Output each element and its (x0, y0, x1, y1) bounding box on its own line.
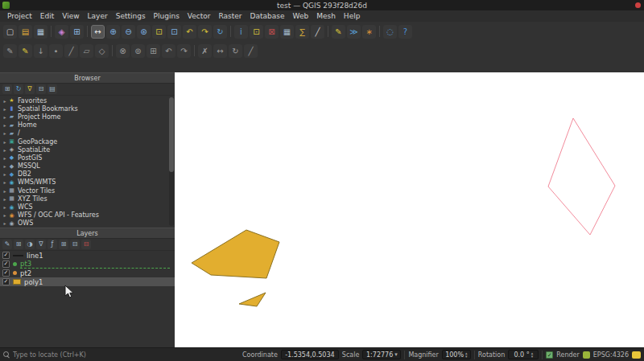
browser-scrollbar[interactable] (169, 97, 174, 226)
browser-item-vector-tiles[interactable]: ▸▦Vector Tiles (0, 187, 175, 195)
measure-line-icon[interactable]: ╱ (311, 25, 324, 39)
messages-icon[interactable] (632, 351, 641, 359)
magnifier-spinbox[interactable]: 100% ▴ ▾ (442, 350, 471, 359)
add-group-icon[interactable]: ⊞ (14, 240, 23, 249)
move-feature-icon[interactable]: ↔ (213, 44, 227, 58)
browser-item-favorites[interactable]: ▸★Favorites (0, 96, 175, 105)
expander-icon[interactable]: ▸ (2, 171, 8, 177)
browser-item-spatialite[interactable]: ▸◈SpatiaLite (0, 146, 175, 154)
layer-visibility-checkbox[interactable]: ✓ (2, 269, 10, 277)
open-attribute-table-icon[interactable]: ▦ (280, 25, 294, 39)
browser-item-mssql[interactable]: ▸◆MSSQL (0, 162, 175, 170)
menu-layer[interactable]: Layer (84, 10, 112, 22)
menu-database[interactable]: Database (246, 10, 289, 22)
filter-expression-icon[interactable]: ƒ (47, 240, 57, 249)
metasearch-icon[interactable]: ◌ (383, 25, 397, 39)
map-canvas[interactable] (175, 72, 644, 347)
browser-item-ows[interactable]: ▸◉OWS (0, 219, 175, 227)
layer-item-poly1[interactable]: ✓poly1 (0, 277, 175, 286)
new-annotation-icon[interactable]: ✎ (332, 25, 345, 39)
expander-icon[interactable]: ▸ (2, 163, 8, 169)
menu-mesh[interactable]: Mesh (312, 10, 340, 22)
identify-features-icon[interactable]: i (234, 25, 248, 39)
expander-icon[interactable]: ▸ (2, 130, 8, 136)
expander-icon[interactable]: ▸ (2, 155, 8, 161)
expander-icon[interactable]: ▸ (2, 106, 8, 112)
expander-icon[interactable]: ▸ (2, 122, 8, 128)
save-project-icon[interactable]: ▦ (34, 25, 47, 39)
layers-panel-header[interactable]: Layers (0, 228, 175, 239)
zoom-full-icon[interactable]: ⊛ (137, 25, 151, 39)
undo-icon[interactable]: ↶ (162, 44, 175, 58)
zoom-to-selection-icon[interactable]: ⊡ (152, 25, 166, 39)
crs-label[interactable]: EPSG:4326 (593, 351, 629, 359)
expander-icon[interactable]: ▸ (2, 139, 8, 145)
menu-plugins[interactable]: Plugins (150, 10, 184, 22)
paste-features-icon[interactable]: ⊞ (147, 44, 160, 58)
locate-bar[interactable] (3, 351, 124, 359)
expander-icon[interactable]: ▸ (2, 188, 8, 194)
layer-item-pt3[interactable]: ✓pt3 (0, 260, 175, 269)
menu-settings[interactable]: Settings (112, 10, 150, 22)
rotation-spinbox[interactable]: 0.0 ° ▴ ▾ (508, 350, 539, 359)
zoom-last-icon[interactable]: ↶ (183, 25, 196, 39)
layer-visibility-checkbox[interactable]: ✓ (2, 260, 10, 268)
browser-scrollbar-handle[interactable] (169, 97, 174, 172)
coordinate-input[interactable]: -1.5354,0.5034 (281, 350, 339, 359)
browser-item-root[interactable]: ▸▰/ (0, 129, 175, 137)
expander-icon[interactable]: ▸ (2, 147, 8, 153)
python-console-icon[interactable]: ≫ (347, 25, 361, 39)
cut-features-icon[interactable]: ⊗ (116, 44, 130, 58)
browser-item-spatial-bookmarks[interactable]: ▸▮Spatial Bookmarks (0, 105, 175, 113)
open-project-icon[interactable]: ▤ (19, 25, 32, 39)
spin-down-icon[interactable]: ▾ (531, 355, 534, 358)
style-manager-icon[interactable]: ◈ (55, 25, 68, 39)
rotate-feature-icon[interactable]: ↻ (229, 44, 242, 58)
field-calculator-icon[interactable]: ∑ (295, 25, 309, 39)
expander-icon[interactable]: ▸ (2, 196, 8, 202)
zoom-in-icon[interactable]: ⊕ (106, 25, 120, 39)
browser-add-layer-icon[interactable]: ⊞ (2, 84, 12, 94)
add-point-feature-icon[interactable]: ∙ (49, 44, 63, 58)
refresh-map-icon[interactable]: ↻ (213, 25, 227, 39)
layer-item-pt2[interactable]: ✓pt2 (0, 269, 175, 277)
menu-view[interactable]: View (58, 10, 83, 22)
expander-icon[interactable]: ▸ (2, 204, 8, 210)
redo-icon[interactable]: ↷ (177, 44, 191, 58)
browser-item-wcs[interactable]: ▸◉WCS (0, 203, 175, 211)
pan-map-icon[interactable]: ↔ (91, 25, 105, 39)
locate-input[interactable] (13, 351, 109, 359)
browser-filter-icon[interactable]: ∇ (25, 84, 35, 94)
browser-item-xyz-tiles[interactable]: ▸▦XYZ Tiles (0, 195, 175, 203)
title-bar[interactable]: test — QGIS 293f28d26d (0, 0, 644, 10)
expander-icon[interactable]: ▸ (2, 212, 8, 218)
remove-layer-icon[interactable]: ⊟ (81, 240, 91, 249)
expand-all-icon[interactable]: ⊞ (59, 240, 68, 249)
zoom-next-icon[interactable]: ↷ (198, 25, 212, 39)
menu-web[interactable]: Web (289, 10, 313, 22)
render-checkbox[interactable]: ✓ (546, 351, 553, 359)
filter-legend-icon[interactable]: ∇ (36, 240, 46, 249)
window-close-button[interactable] (635, 2, 641, 8)
menu-help[interactable]: Help (340, 10, 365, 22)
zoom-out-icon[interactable]: ⊖ (122, 25, 135, 39)
browser-item-home[interactable]: ▸▰Home (0, 121, 175, 129)
add-line-feature-icon[interactable]: ╱ (64, 44, 78, 58)
browser-item-db2[interactable]: ▸◆DB2 (0, 170, 175, 178)
zoom-to-layer-icon[interactable]: ⊡ (167, 25, 181, 39)
new-project-icon[interactable]: ▢ (3, 25, 17, 39)
split-features-icon[interactable]: ╱ (244, 44, 258, 58)
layer-visibility-checkbox[interactable]: ✓ (2, 278, 10, 285)
current-edits-icon[interactable]: ✎ (3, 44, 17, 58)
scale-combo[interactable]: 1:72776 ▾ (362, 350, 401, 359)
expander-icon[interactable]: ▸ (2, 98, 8, 104)
collapse-all-icon[interactable]: ⊟ (70, 240, 80, 249)
layer-styling-icon[interactable]: ✎ (2, 240, 12, 249)
processing-toolbox-icon[interactable]: ∗ (362, 25, 376, 39)
copy-features-icon[interactable]: ⊚ (131, 44, 145, 58)
add-polygon-feature-icon[interactable]: ▱ (80, 44, 93, 58)
browser-item-wfs-ogc-api-features[interactable]: ▸◉WFS / OGC API - Features (0, 211, 175, 219)
browser-item-wms-wmts[interactable]: ▸◉WMS/WMTS (0, 178, 175, 187)
manage-themes-icon[interactable]: ◑ (25, 240, 35, 249)
browser-item-postgis[interactable]: ▸◆PostGIS (0, 154, 175, 162)
